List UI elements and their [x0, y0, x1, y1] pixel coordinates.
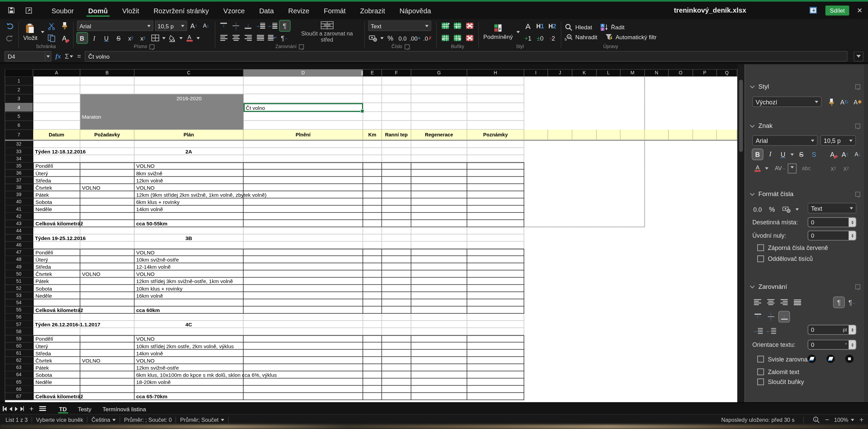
cell-E37[interactable] — [363, 177, 382, 184]
cell-G48[interactable] — [411, 256, 467, 263]
text-direction-rtl-icon[interactable]: ¶← — [847, 297, 857, 308]
cell-E36[interactable] — [363, 169, 382, 177]
cell-K44[interactable] — [572, 227, 597, 234]
cell-K57[interactable] — [572, 321, 597, 328]
cell-Q35[interactable] — [717, 162, 737, 169]
cell-F51[interactable] — [382, 278, 411, 285]
zoom-in-icon[interactable]: + — [859, 416, 864, 424]
cell-D40[interactable] — [244, 198, 363, 206]
cell-J62[interactable] — [548, 357, 573, 364]
cell-A41[interactable]: Neděle — [33, 206, 80, 213]
sidebar-bold-button[interactable]: B — [752, 149, 763, 160]
cell-B43[interactable] — [80, 220, 135, 227]
cell-A32[interactable] — [33, 141, 80, 148]
row-header-3[interactable]: 3 — [5, 94, 33, 103]
cell-N36[interactable] — [645, 169, 669, 177]
cell-L47[interactable] — [597, 249, 621, 256]
cell-C34[interactable] — [135, 155, 244, 162]
clone-formatting-icon[interactable] — [59, 20, 69, 31]
selection-mode[interactable]: Vyberte více buněk — [36, 417, 83, 423]
cell-I52[interactable] — [524, 285, 548, 292]
row-header-61[interactable]: 61 — [5, 350, 33, 357]
cell-A61[interactable]: Středa — [33, 350, 80, 357]
cell-G35[interactable] — [411, 162, 467, 169]
cell-G1[interactable] — [411, 76, 467, 85]
cell-P48[interactable] — [693, 256, 717, 263]
cell-O64[interactable] — [669, 371, 693, 379]
cell-O58[interactable] — [669, 328, 693, 335]
cell-Q5[interactable] — [717, 112, 737, 121]
cell-E52[interactable] — [363, 285, 382, 292]
cell-Q58[interactable] — [717, 328, 737, 335]
column-header-P[interactable]: P — [693, 69, 717, 76]
cell-M3[interactable] — [621, 94, 645, 103]
cell-F33[interactable] — [382, 148, 411, 155]
cell-C35[interactable]: VOLNO — [135, 162, 244, 169]
cell-B33[interactable] — [80, 148, 135, 155]
sidebar-underline-button[interactable]: U — [778, 149, 788, 160]
cell-F47[interactable] — [382, 249, 411, 256]
cell-H49[interactable] — [467, 263, 524, 270]
cell-O44[interactable] — [669, 227, 693, 234]
cell-G37[interactable] — [411, 177, 467, 184]
cell-C41[interactable]: 14km volně — [135, 206, 244, 213]
align-center-icon[interactable] — [765, 297, 776, 308]
center-vertically-icon[interactable]: ↓↑ — [765, 311, 776, 322]
cell-I34[interactable] — [524, 155, 548, 162]
open-in-new-icon[interactable] — [22, 5, 35, 16]
cell-O42[interactable] — [669, 213, 693, 220]
cell-I42[interactable] — [524, 213, 548, 220]
cell-P57[interactable] — [693, 321, 717, 328]
cell-N32[interactable] — [645, 141, 669, 148]
cell-I67[interactable] — [524, 393, 548, 400]
cell-N6[interactable] — [645, 121, 669, 130]
cell-J45[interactable] — [548, 234, 573, 241]
currency-caret[interactable] — [795, 208, 799, 212]
cell-F6[interactable] — [382, 121, 411, 130]
cell-A67[interactable]: Celková kilometráž — [33, 393, 80, 400]
cell-G54[interactable] — [411, 299, 467, 307]
cell-J47[interactable] — [548, 249, 573, 256]
cell-L40[interactable] — [597, 198, 621, 206]
cell-D60[interactable] — [244, 342, 363, 350]
cell-N43[interactable] — [645, 220, 669, 227]
cell-K51[interactable] — [572, 278, 597, 285]
cell-M32[interactable] — [621, 141, 645, 148]
cell-E61[interactable] — [363, 350, 382, 357]
sort-button[interactable]: AZ Řadit — [600, 23, 624, 31]
negative-red-checkbox[interactable]: Záporná čísla červeně — [757, 245, 828, 251]
cell-D52[interactable] — [244, 285, 363, 292]
cell-N59[interactable] — [645, 335, 669, 342]
undo-icon[interactable] — [4, 20, 15, 31]
cell-D7[interactable]: Plnění — [244, 130, 363, 139]
update-style-icon[interactable]: A↻ — [839, 97, 850, 107]
delete-row-icon[interactable] — [465, 20, 475, 31]
cell-H4[interactable] — [467, 103, 524, 112]
cell-D6[interactable] — [244, 121, 363, 130]
cell-G40[interactable] — [411, 198, 467, 206]
style-default-button[interactable]: A — [523, 20, 533, 31]
cell-F67[interactable] — [382, 393, 411, 400]
cell-K50[interactable] — [572, 270, 597, 278]
sidebar-number-section[interactable]: Formát čísla — [751, 191, 794, 197]
cell-Q56[interactable] — [717, 314, 737, 321]
font-name-combo[interactable]: Arial — [77, 20, 153, 31]
cell-O50[interactable] — [669, 270, 693, 278]
row-header-52[interactable]: 52 — [5, 285, 33, 292]
cell-M34[interactable] — [621, 155, 645, 162]
cell-K64[interactable] — [572, 371, 597, 379]
cell-E64[interactable] — [363, 371, 382, 379]
cell-J43[interactable] — [548, 220, 573, 227]
cell-D46[interactable] — [244, 242, 363, 249]
cell-C46[interactable] — [135, 242, 244, 249]
cell-B60[interactable] — [80, 342, 135, 350]
function-wizard-icon[interactable]: fx — [56, 52, 61, 60]
cell-L64[interactable] — [597, 371, 621, 379]
cell-A54[interactable] — [33, 299, 80, 307]
cell-Q36[interactable] — [717, 169, 737, 177]
cell-A4[interactable] — [33, 103, 80, 112]
cell-C39[interactable]: 12km (9km střídej 2km svižně, 1km volně,… — [135, 191, 244, 198]
cell-I35[interactable] — [524, 162, 548, 169]
cell-J58[interactable] — [548, 328, 573, 335]
cell-M43[interactable] — [621, 220, 645, 227]
